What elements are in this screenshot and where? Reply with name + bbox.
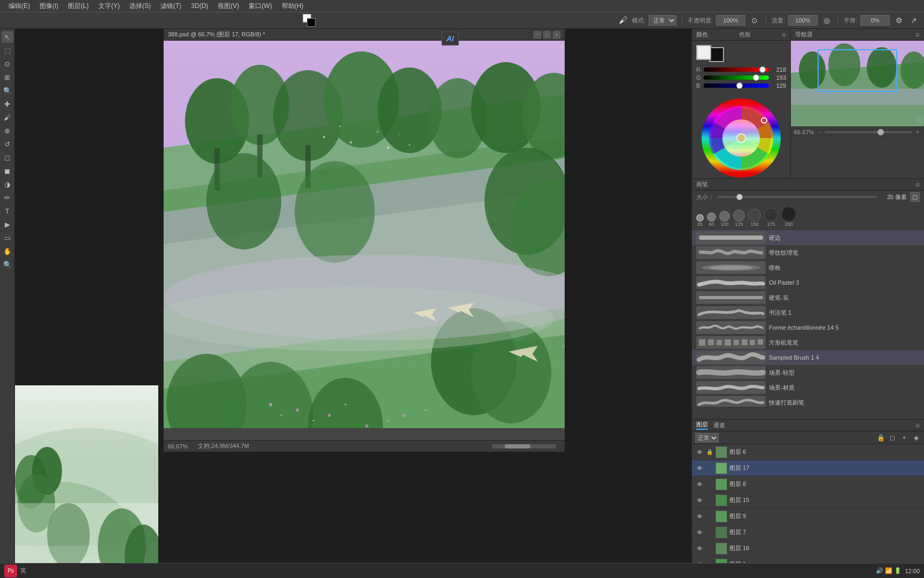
brush-size-slider[interactable] <box>717 196 877 198</box>
clone-tool[interactable]: ⊕ <box>2 125 13 136</box>
layer-item-17[interactable]: 👁 图层 17 <box>692 460 924 476</box>
layer-item-7[interactable]: 👁 图层 7 <box>692 524 924 541</box>
brush-item-sampled2[interactable]: Sampled Brush 1 4 <box>692 350 924 365</box>
menu-item-layer[interactable]: 图层(L) <box>64 1 93 12</box>
minimize-button[interactable]: － <box>534 31 541 39</box>
hand-tool[interactable]: ✋ <box>2 245 13 257</box>
navigator-close[interactable]: ≡ <box>915 31 920 39</box>
menu-item-type[interactable]: 文字(Y) <box>94 1 124 12</box>
menu-item-filter[interactable]: 滤镜(T) <box>156 1 186 12</box>
brush-item-square[interactable]: 方形机笔笔 <box>692 335 924 350</box>
airbrush-icon[interactable]: ◎ <box>821 14 833 26</box>
layer-visibility-7[interactable]: 👁 <box>695 528 704 537</box>
foreground-swatch[interactable] <box>696 45 711 60</box>
color-panel-close[interactable]: ≡ <box>782 31 786 39</box>
lasso-tool[interactable]: ⊙ <box>2 58 13 70</box>
brush-panel-close[interactable]: ≡ <box>915 180 920 189</box>
document-canvas[interactable]: ✛ <box>164 41 565 440</box>
b-slider[interactable] <box>704 83 769 88</box>
flow-input[interactable]: 100% <box>788 15 818 26</box>
menu-item-help[interactable]: 帮助(H) <box>278 1 308 12</box>
ps-icon[interactable]: Ps <box>4 565 17 577</box>
layer-visibility-8[interactable]: 👁 <box>695 480 704 489</box>
layer-visibility-16[interactable]: 👁 <box>695 544 704 553</box>
navigator-preview[interactable]: ◁ <box>791 41 924 126</box>
lock-pixels-icon[interactable]: ◻ <box>888 433 897 443</box>
brush-item-spray[interactable]: 喷枪 <box>692 260 924 275</box>
layer-visibility-6[interactable]: 👁 <box>695 448 704 457</box>
maximize-button[interactable]: □ <box>543 31 551 39</box>
dodge-tool[interactable]: ◑ <box>2 178 13 190</box>
layer-visibility-15[interactable]: 👁 <box>695 496 704 505</box>
brush-item-textured[interactable]: 带纹纹理笔 <box>692 245 924 260</box>
preset-125[interactable]: 125 <box>733 210 745 227</box>
fg-bg-swatches[interactable] <box>303 14 315 27</box>
channels-tab[interactable]: 通道 <box>713 421 725 429</box>
brush-item-hard[interactable]: 硬边 <box>692 230 924 245</box>
blend-mode-select[interactable]: 正常 <box>649 15 676 26</box>
zoom-tool[interactable]: 🔍 <box>2 258 13 270</box>
marquee-tool[interactable]: ⬚ <box>2 44 13 56</box>
brush-item-hard2[interactable]: 硬笔-实 <box>692 290 924 305</box>
r-slider[interactable] <box>704 67 769 72</box>
lock-artboard-icon[interactable]: ◈ <box>911 433 921 443</box>
brush-item-sampled-forme[interactable]: Forme échantillonnée 14 5 <box>692 320 924 335</box>
layer-item-8[interactable]: 👁 图层 8 <box>692 476 924 492</box>
pressure-icon[interactable]: ↗ <box>908 14 920 26</box>
text-tool[interactable]: T <box>2 205 13 217</box>
menu-item-select[interactable]: 选择(S) <box>125 1 155 12</box>
brush-size-icon[interactable]: ◻ <box>910 192 920 202</box>
eraser-tool[interactable]: ◻ <box>2 151 13 163</box>
preset-150[interactable]: 150 <box>748 209 761 227</box>
menu-item-edit[interactable]: 编辑(E) <box>4 1 34 12</box>
brush-item-oil[interactable]: Oil Pastel 3 <box>692 275 924 290</box>
layer-item-6[interactable]: 👁 🔒 图层 6 <box>692 444 924 460</box>
lock-position-icon[interactable]: + <box>899 433 909 443</box>
layer-item-16[interactable]: 👁 图层 16 <box>692 541 924 557</box>
smooth-input[interactable]: 0% <box>860 15 890 26</box>
preset-200[interactable]: 200 <box>781 207 796 227</box>
history-brush-tool[interactable]: ↺ <box>2 138 13 150</box>
layers-panel-close[interactable]: ≡ <box>915 421 920 430</box>
preset-175[interactable]: 175 <box>764 208 778 227</box>
preset-35[interactable]: 35 <box>696 214 704 227</box>
g-slider[interactable] <box>704 75 769 80</box>
navigator-viewport-box[interactable] <box>818 49 897 92</box>
preset-100[interactable]: 100 <box>719 211 730 227</box>
smooth-icon[interactable]: ⚙ <box>893 14 905 26</box>
healing-tool[interactable]: ✚ <box>2 98 13 110</box>
color-wheel-area[interactable] <box>692 93 790 184</box>
brush-list[interactable]: 硬边 带纹纹理笔 <box>692 230 924 407</box>
zoom-slider[interactable] <box>825 131 912 133</box>
layer-visibility-17[interactable]: 👁 <box>695 464 704 473</box>
zoom-in-btn[interactable]: + <box>914 129 921 135</box>
background-swatch[interactable] <box>709 47 724 62</box>
path-select-tool[interactable]: ▶ <box>2 218 13 230</box>
close-button[interactable]: × <box>553 31 560 39</box>
pen-tool[interactable]: ✏ <box>2 192 13 203</box>
gradient-tool[interactable]: ◼ <box>2 165 13 177</box>
brush-tool[interactable]: 🖌 <box>2 111 13 123</box>
blend-mode-dropdown[interactable]: 正常 <box>695 433 719 443</box>
move-tool[interactable]: ↖ <box>2 31 13 43</box>
crop-tool[interactable]: ⊞ <box>2 71 13 83</box>
layer-visibility-9[interactable]: 👁 <box>695 512 704 521</box>
zoom-out-btn[interactable]: − <box>816 129 822 135</box>
brush-item-calligraphy[interactable]: 书法笔 1 <box>692 305 924 320</box>
brush-item-scene1[interactable]: 场景-轻型 <box>692 365 924 380</box>
opacity-input[interactable]: 100% <box>716 15 745 26</box>
eyedropper-tool[interactable]: 🔍 <box>2 85 13 96</box>
brush-item-quick[interactable]: 快速打底刷笔 <box>692 395 924 407</box>
opacity-icon[interactable]: ⊙ <box>749 14 760 26</box>
menu-item-view[interactable]: 视图(V) <box>213 1 243 12</box>
menu-item-3d[interactable]: 3D(D) <box>187 1 212 11</box>
lock-all-icon[interactable]: 🔒 <box>876 433 886 443</box>
shape-tool[interactable]: ▭ <box>2 232 13 244</box>
menu-item-window[interactable]: 窗口(W) <box>244 1 276 12</box>
preset-60[interactable]: 60 <box>707 212 716 227</box>
background-color[interactable] <box>307 18 315 27</box>
brush-item-scene2[interactable]: 场景-材质 <box>692 380 924 395</box>
menu-item-image[interactable]: 图像(I) <box>35 1 63 12</box>
horizontal-scrollbar[interactable] <box>492 444 556 448</box>
layers-tab[interactable]: 图层 <box>696 421 708 430</box>
